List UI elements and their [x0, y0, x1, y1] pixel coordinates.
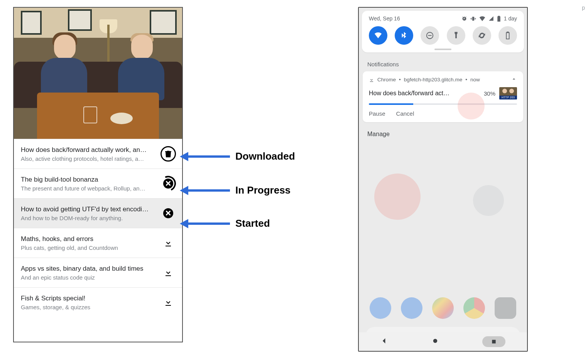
system-nav-bar	[359, 332, 527, 351]
alarm-icon	[461, 16, 467, 22]
download-button[interactable]	[160, 294, 177, 311]
episode-subtitle: Plus cats, getting old, and Countdown	[21, 244, 156, 251]
manage-notifications-button[interactable]: Manage	[359, 122, 527, 146]
trash-icon	[161, 146, 176, 162]
dock-app-phone[interactable]	[370, 297, 391, 319]
notifications-section-label: Notifications	[359, 56, 527, 71]
qs-dnd[interactable]	[421, 26, 439, 45]
vibrate-icon	[470, 16, 476, 22]
dock-app-chrome[interactable]	[463, 297, 485, 319]
wallpaper-blob	[374, 174, 421, 220]
notification-source: bgfetch-http203.glitch.me	[404, 77, 463, 83]
cancel-icon	[163, 208, 173, 218]
download-icon	[164, 268, 173, 277]
episode-item[interactable]: Apps vs sites, binary data, and build ti…	[14, 258, 182, 287]
signal-icon	[488, 16, 494, 21]
dock-app-messages[interactable]	[401, 297, 422, 319]
download-button[interactable]	[160, 234, 177, 251]
qs-autorotate[interactable]	[473, 26, 491, 45]
quick-settings-row	[368, 25, 518, 46]
download-notification[interactable]: Chrome • bgfetch-http203.glitch.me • now…	[363, 71, 523, 122]
thumbnail-caption: HTTP 203	[499, 96, 517, 99]
annotation-in-progress: In Progress	[188, 184, 291, 196]
dock-app-camera[interactable]	[495, 297, 516, 319]
episode-subtitle: And how to be DOM-ready for anything.	[21, 215, 156, 221]
download-icon	[164, 298, 173, 307]
episode-subtitle: The present and future of webpack, Rollu…	[21, 185, 156, 192]
notification-title: How does back/forward act…	[369, 90, 449, 97]
nav-recents-button[interactable]	[482, 336, 505, 347]
download-icon	[164, 238, 173, 248]
annotation-label: In Progress	[235, 184, 291, 196]
android-notification-phone: Wed, Sep 16 1 day Notifications Chrome	[358, 7, 528, 352]
status-icons: 1 day	[461, 15, 517, 22]
dock-app-play[interactable]	[432, 297, 454, 319]
shade-handle[interactable]	[434, 49, 451, 50]
corner-mark: p	[582, 5, 585, 11]
battery-label: 1 day	[504, 15, 517, 22]
arrow-icon	[188, 222, 230, 225]
episode-item[interactable]: Fish & Scripts special! Games, storage, …	[14, 287, 182, 317]
quick-settings-panel: Wed, Sep 16 1 day	[362, 11, 524, 52]
chevron-up-icon[interactable]	[511, 76, 517, 83]
qs-wifi[interactable]	[369, 26, 387, 45]
arrow-icon	[188, 189, 230, 192]
episode-title: Apps vs sites, binary data, and build ti…	[21, 265, 156, 273]
episode-title: Fish & Scripts special!	[21, 295, 156, 302]
cancel-icon	[163, 179, 173, 189]
svg-point-6	[433, 339, 438, 343]
status-date: Wed, Sep 16	[369, 15, 400, 22]
delete-download-button[interactable]	[160, 145, 177, 162]
nav-home-button[interactable]	[432, 337, 439, 346]
hero-image	[14, 8, 182, 139]
episode-subtitle: Games, storage, & quizzes	[21, 304, 156, 310]
battery-icon	[497, 16, 501, 22]
download-icon	[369, 77, 374, 83]
notification-progress	[369, 103, 517, 105]
progress-fill	[369, 103, 413, 105]
svg-rect-7	[492, 340, 495, 343]
notification-pause-button[interactable]: Pause	[369, 110, 385, 117]
download-button[interactable]	[160, 264, 177, 281]
qs-battery-saver[interactable]	[498, 26, 517, 45]
wifi-icon	[479, 16, 485, 21]
nav-back-button[interactable]	[380, 337, 388, 346]
episode-item[interactable]: The big build-tool bonanza The present a…	[14, 169, 182, 198]
annotation-label: Downloaded	[235, 150, 295, 162]
notification-percent: 30%	[484, 90, 495, 97]
annotation-label: Started	[235, 217, 270, 229]
home-dock	[366, 295, 520, 322]
wallpaper-blob	[458, 93, 485, 120]
qs-bluetooth[interactable]	[395, 26, 413, 45]
cancel-download-button[interactable]	[160, 205, 177, 222]
arrow-icon	[188, 155, 230, 158]
episode-subtitle: And an epic status code quiz	[21, 274, 156, 281]
episode-title: How does back/forward actually work, an…	[21, 146, 156, 154]
annotation-downloaded: Downloaded	[188, 150, 295, 162]
episode-title: Maths, hooks, and errors	[21, 235, 156, 243]
episode-app-phone: How does back/forward actually work, an……	[13, 7, 183, 342]
episode-item[interactable]: Maths, hooks, and errors Plus cats, gett…	[14, 228, 182, 258]
episode-list: How does back/forward actually work, an……	[14, 139, 182, 317]
episode-subtitle: Also, active clothing protocols, hotel r…	[21, 155, 156, 162]
qs-flashlight[interactable]	[447, 26, 465, 45]
notification-cancel-button[interactable]: Cancel	[396, 110, 414, 117]
wallpaper-blob	[473, 185, 504, 216]
episode-title: The big build-tool bonanza	[21, 176, 156, 184]
notification-time: now	[470, 77, 480, 83]
episode-item[interactable]: How does back/forward actually work, an……	[14, 139, 182, 169]
notification-app-name: Chrome	[377, 77, 396, 83]
notification-thumbnail: HTTP 203	[499, 87, 517, 99]
episode-title: How to avoid getting UTF'd by text encod…	[21, 206, 156, 213]
episode-item[interactable]: How to avoid getting UTF'd by text encod…	[14, 198, 182, 228]
svg-rect-1	[428, 35, 432, 36]
annotation-started: Started	[188, 217, 270, 229]
cancel-download-button[interactable]	[160, 175, 177, 192]
